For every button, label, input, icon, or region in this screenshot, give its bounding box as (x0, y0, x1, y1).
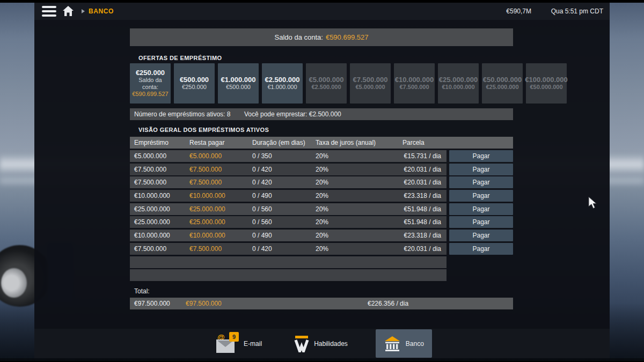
loan-row-data: €5.000.000€5.000.0000 / 35020%€15.731 / … (130, 150, 447, 162)
tile-down-payment: €5.000.000 (355, 84, 385, 91)
loan-amount: €10.000.000 (134, 192, 170, 200)
loan-amount: €10.000.000 (134, 232, 170, 239)
account-balance-value: €590.699.527 (326, 33, 369, 41)
email-label: E-mail (244, 340, 262, 348)
loan-row-data: €25.000.000€25.000.0000 / 56020%€51.948 … (130, 216, 447, 228)
total-label: Total: (134, 287, 150, 295)
loan-amount: €25.000.000 (134, 218, 170, 226)
loan-installment: €23.318 / dia (404, 232, 441, 239)
loan-offer-tile: €25.000.000€10.000.000 (438, 63, 479, 104)
active-loans-title: VISÃO GERAL DOS EMPRÉSTIMOS ATIVOS (138, 127, 269, 133)
loans-total-row: €97.500.000 €97.500.000 €226.356 / dia (130, 298, 513, 309)
total-remaining: €97.500.000 (186, 300, 222, 307)
tile-loan-amount: €250.000 (136, 69, 165, 77)
loan-interest: 20% (316, 192, 328, 200)
tile-loan-amount: €7.500.000 (353, 76, 387, 84)
active-loans-count: Número de empréstimos ativos: 8 (134, 110, 230, 118)
account-balance-bar: Saldo da conta: €590.699.527 (130, 28, 513, 46)
loan-remaining: €10.000.000 (189, 232, 225, 239)
loan-duration: 0 / 420 (252, 245, 272, 253)
loan-row: €7.500.000€7.500.0000 / 42020%€20.031 / … (130, 243, 513, 255)
loan-row: €10.000.000€10.000.0000 / 49020%€23.318 … (130, 190, 513, 202)
loan-interest: 20% (316, 245, 328, 253)
mouse-cursor (588, 197, 600, 212)
loan-installment: €51.948 / dia (404, 205, 441, 213)
tile-loan-amount: €5.000.000 (309, 76, 343, 84)
loan-row: €5.000.000€5.000.0000 / 35020%€15.731 / … (130, 150, 513, 162)
tile-loan-amount: €500.000 (180, 76, 209, 84)
bank-screen: BANCO €590,7M Qua 5:51 pm CDT Saldo da c… (0, 0, 644, 362)
loan-row-data: €10.000.000€10.000.0000 / 49020%€23.318 … (130, 230, 447, 241)
bank-label: Banco (406, 340, 424, 348)
loan-interest: 20% (316, 232, 328, 239)
loan-installment: €23.318 / dia (404, 192, 441, 200)
menu-icon[interactable] (42, 6, 56, 17)
loan-row-data: €25.000.000€25.000.0000 / 56020%€51.948 … (130, 203, 447, 215)
home-icon[interactable] (62, 5, 74, 17)
col-installment: Parcela (402, 139, 425, 146)
tile-balance-value: €590.699.527 (132, 91, 168, 98)
loan-offer-tiles: €250.000Saldo da conta:€590.699.527€500.… (130, 63, 567, 104)
empty-loan-row-bar (130, 256, 447, 268)
loan-remaining: €25.000.000 (189, 205, 225, 213)
loan-interest: 20% (316, 218, 328, 226)
pay-button[interactable]: Pagar (449, 203, 513, 215)
loan-duration: 0 / 420 (252, 179, 272, 186)
total-principal: €97.500.000 (134, 300, 170, 307)
pay-button[interactable]: Pagar (449, 164, 513, 175)
loan-interest: 20% (316, 152, 328, 160)
tile-down-payment: €1.000.000 (267, 84, 297, 91)
loan-duration: 0 / 560 (252, 218, 272, 226)
loan-installment: €51.948 / dia (404, 218, 441, 226)
tile-loan-amount: €1.000.000 (221, 76, 255, 84)
pay-button[interactable]: Pagar (449, 176, 513, 188)
pay-button[interactable]: Pagar (449, 216, 513, 228)
dock-item-skills[interactable]: Habilidades (290, 329, 352, 358)
account-balance-label: Saldo da conta: (275, 33, 323, 41)
loan-installment: €20.031 / dia (404, 166, 441, 173)
loan-amount: €25.000.000 (134, 205, 170, 213)
loan-row-data: €7.500.000€7.500.0000 / 42020%€20.031 / … (130, 243, 447, 255)
pay-button[interactable]: Pagar (449, 243, 513, 255)
pay-button[interactable]: Pagar (449, 150, 513, 162)
loan-offer-tile: €5.000.000€2.500.000 (306, 63, 347, 104)
bottom-dock: @ 9 E-mail Habilidades (34, 329, 610, 358)
tile-down-payment: €2.500.000 (311, 84, 341, 91)
pay-button[interactable]: Pagar (449, 230, 513, 241)
loan-row: €10.000.000€10.000.0000 / 49020%€23.318 … (130, 230, 513, 241)
email-icon: @ 9 (216, 334, 239, 353)
tile-balance-label: Saldo da conta: (130, 77, 171, 91)
loan-amount: €7.500.000 (134, 179, 166, 186)
breadcrumb: BANCO (89, 8, 114, 15)
loan-remaining: €5.000.000 (189, 152, 222, 160)
borrow-limit: Você pode emprestar: €2.500.000 (244, 110, 341, 118)
loan-amount: €5.000.000 (134, 152, 166, 160)
top-bar: BANCO €590,7M Qua 5:51 pm CDT (34, 3, 610, 20)
loan-offer-tile[interactable]: €1.000.000€500.000 (218, 63, 259, 104)
loan-offer-tile: €50.000.000€25.000.000 (482, 63, 523, 104)
loan-offer-tile: €10.000.000€7.500.000 (394, 63, 435, 104)
dock-item-email[interactable]: @ 9 E-mail (212, 329, 266, 358)
loan-duration: 0 / 490 (252, 192, 272, 200)
tile-down-payment: €7.500.000 (399, 84, 429, 91)
loan-offer-tile[interactable]: €250.000Saldo da conta:€590.699.527 (130, 63, 171, 104)
loan-row-data: €7.500.000€7.500.0000 / 42020%€20.031 / … (130, 164, 447, 175)
loan-offer-tile[interactable]: €2.500.000€1.000.000 (262, 63, 303, 104)
topbar-balance: €590,7M (506, 8, 531, 15)
loan-remaining: €7.500.000 (189, 245, 222, 253)
tile-down-payment: €10.000.000 (442, 84, 474, 91)
loan-row: €25.000.000€25.000.0000 / 56020%€51.948 … (130, 216, 513, 228)
col-duration: Duração (em dias) (252, 139, 305, 146)
breadcrumb-arrow-icon (82, 9, 85, 13)
loan-offers-title: OFERTAS DE EMPRÉSTIMO (138, 55, 222, 61)
topbar-clock: Qua 5:51 pm CDT (551, 8, 603, 15)
tile-loan-amount: €10.000.000 (395, 76, 434, 84)
email-unread-badge: 9 (229, 332, 239, 342)
loan-remaining: €7.500.000 (189, 179, 222, 186)
pay-button[interactable]: Pagar (449, 190, 513, 202)
loan-row: €7.500.000€7.500.0000 / 42020%€20.031 / … (130, 164, 513, 175)
dock-item-bank[interactable]: Banco (376, 329, 432, 358)
loan-row: €25.000.000€25.000.0000 / 56020%€51.948 … (130, 203, 513, 215)
loan-offer-tile[interactable]: €500.000€250.000 (174, 63, 215, 104)
loan-duration: 0 / 560 (252, 205, 272, 213)
